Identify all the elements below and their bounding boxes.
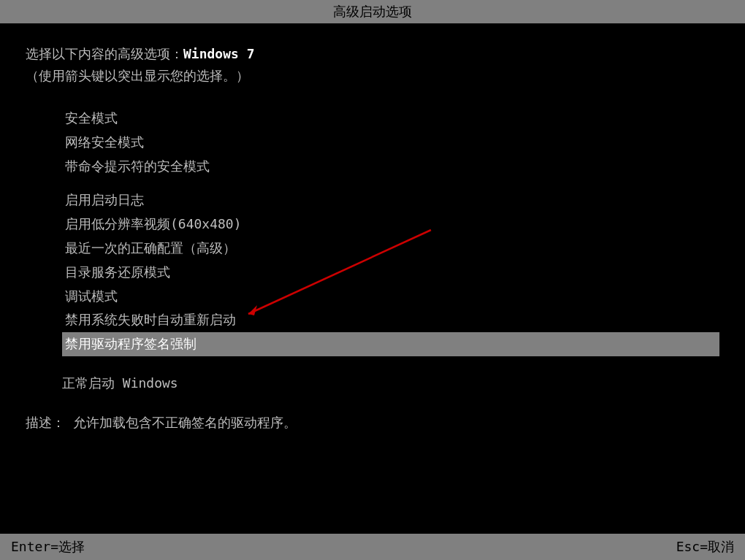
title-text: 高级启动选项 — [333, 4, 412, 19]
bottom-bar: Enter=选择 Esc=取消 — [0, 534, 745, 560]
main-content: 选择以下内容的高级选项：Windows 7 （使用箭头键以突出显示您的选择。） … — [0, 23, 745, 446]
intro-prefix: 选择以下内容的高级选项： — [26, 46, 183, 61]
menu-list: 安全模式 网络安全模式 带命令提示符的安全模式 启用启动日志 启用低分辨率视频(… — [62, 107, 719, 356]
intro-windows-version: Windows 7 — [183, 46, 255, 61]
menu-item-disable-auto-restart[interactable]: 禁用系统失败时自动重新启动 — [62, 308, 719, 332]
intro-line1: 选择以下内容的高级选项：Windows 7 — [26, 45, 719, 63]
menu-item-enable-boot-log[interactable]: 启用启动日志 — [62, 188, 719, 212]
menu-item-safe-mode-network[interactable]: 网络安全模式 — [62, 131, 719, 155]
menu-item-disable-driver-sig[interactable]: 禁用驱动程序签名强制 — [62, 332, 719, 356]
enter-label: Enter=选择 — [11, 538, 85, 556]
menu-item-debugging-mode[interactable]: 调试模式 — [62, 285, 719, 309]
title-bar: 高级启动选项 — [0, 0, 745, 23]
menu-item-directory-services[interactable]: 目录服务还原模式 — [62, 261, 719, 285]
menu-item-enable-low-res[interactable]: 启用低分辨率视频(640x480) — [62, 212, 719, 237]
menu-item-last-known-good[interactable]: 最近一次的正确配置（高级） — [62, 237, 719, 261]
description: 描述： 允许加载包含不正确签名的驱动程序。 — [26, 414, 719, 431]
intro-line2: （使用箭头键以突出显示您的选择。） — [26, 67, 719, 85]
menu-group-gap-1 — [62, 178, 719, 188]
description-text: 允许加载包含不正确签名的驱动程序。 — [73, 415, 297, 430]
menu-item-safe-mode[interactable]: 安全模式 — [62, 107, 719, 131]
description-label: 描述： — [26, 415, 65, 430]
menu-item-safe-mode-cmd[interactable]: 带命令提示符的安全模式 — [62, 155, 719, 179]
normal-start[interactable]: 正常启动 Windows — [62, 375, 719, 392]
esc-label: Esc=取消 — [676, 538, 734, 556]
